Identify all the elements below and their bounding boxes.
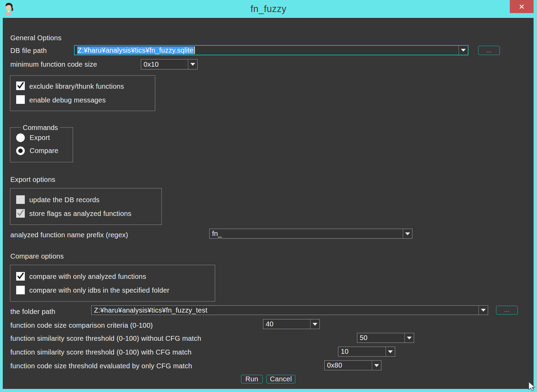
criteria-label: function code size comparison criteria (… [10, 322, 153, 329]
commands-group [10, 127, 73, 162]
threshold-without-cfg-dropdown-arrow[interactable] [404, 333, 414, 342]
compare-idbs-checkbox-label[interactable]: compare with only idbs in the specified … [29, 286, 169, 294]
folder-path-combo[interactable]: Z:¥haru¥analysis¥tics¥fn_fuzzy_test [91, 305, 488, 315]
folder-path-value: Z:¥haru¥analysis¥tics¥fn_fuzzy_test [92, 306, 478, 315]
run-button[interactable]: Run [241, 375, 263, 383]
mouse-cursor [528, 382, 536, 391]
section-export-options: Export options [10, 176, 55, 184]
chevron-down-icon [481, 309, 486, 312]
criteria-combo[interactable]: 40 [263, 319, 320, 329]
db-path-browse-button[interactable]: ... [478, 46, 500, 55]
prefix-combo[interactable]: fn_ [209, 229, 412, 239]
chevron-down-icon [388, 350, 393, 353]
titlebar[interactable]: fn_fuzzy ✕ [0, 0, 537, 18]
db-file-path-selected-text: Z:¥haru¥analysis¥tics¥fn_fuzzy.sqlite [77, 46, 194, 54]
size-threshold-value: 0x80 [325, 361, 372, 370]
store-flags-checkbox-label[interactable]: store flags as analyzed functions [29, 210, 131, 218]
threshold-with-cfg-value: 10 [338, 347, 386, 356]
chevron-down-icon [313, 323, 317, 326]
size-threshold-label: function code size threshold evaluated b… [10, 362, 192, 370]
text-caret [194, 46, 195, 54]
size-threshold-dropdown-arrow[interactable] [372, 361, 381, 370]
prefix-label: analyzed function name prefix (regex) [10, 231, 128, 239]
compare-analyzed-checkbox-label[interactable]: compare with only analyzed functions [29, 273, 146, 281]
folder-path-dropdown-arrow[interactable] [478, 306, 488, 315]
commands-legend: Commands [21, 124, 60, 132]
criteria-dropdown-arrow[interactable] [310, 319, 319, 329]
section-general-options: General Options [10, 34, 62, 42]
chevron-down-icon [374, 364, 379, 367]
enable-debug-checkbox[interactable] [16, 95, 25, 104]
compare-analyzed-checkbox[interactable] [16, 272, 25, 281]
db-file-path-label: DB file path [10, 47, 47, 55]
window-title: fn_fuzzy [0, 4, 537, 14]
fn-fuzzy-dialog: fn_fuzzy ✕ General Options DB file path … [0, 0, 537, 392]
folder-path-label: the folder path [10, 308, 55, 316]
threshold-with-cfg-dropdown-arrow[interactable] [386, 347, 395, 356]
update-db-records-checkbox[interactable] [16, 195, 25, 204]
cancel-button[interactable]: Cancel [266, 375, 295, 383]
update-db-records-checkbox-label[interactable]: update the DB records [29, 196, 99, 204]
threshold-with-cfg-label: function similarity score threshold (0-1… [10, 348, 191, 356]
compare-radio[interactable] [16, 146, 25, 155]
general-checkbox-group [10, 75, 155, 111]
min-code-size-value: 0x10 [141, 59, 188, 69]
export-checkbox-group [10, 188, 162, 225]
threshold-without-cfg-label: function similarity score threshold (0-1… [10, 335, 201, 342]
threshold-without-cfg-value: 50 [357, 333, 404, 342]
min-code-size-dropdown-arrow[interactable] [188, 59, 197, 69]
compare-radio-label[interactable]: Compare [30, 147, 59, 155]
close-icon: ✕ [519, 3, 525, 10]
chevron-down-icon [190, 63, 195, 66]
export-radio-label[interactable]: Export [30, 134, 50, 142]
db-file-path-combo[interactable]: Z:¥haru¥analysis¥tics¥fn_fuzzy.sqlite [74, 45, 468, 55]
min-code-size-label: minimum function code size [10, 61, 97, 68]
section-compare-options: Compare options [10, 252, 64, 260]
compare-checkbox-group [10, 265, 215, 302]
close-button[interactable]: ✕ [510, 0, 534, 13]
min-code-size-combo[interactable]: 0x10 [141, 59, 198, 69]
exclude-library-checkbox[interactable] [16, 81, 25, 90]
radio-dot [18, 149, 23, 153]
threshold-without-cfg-combo[interactable]: 50 [357, 333, 414, 343]
chevron-down-icon [407, 337, 412, 339]
chevron-down-icon [405, 232, 410, 235]
criteria-value: 40 [263, 319, 310, 329]
export-radio[interactable] [16, 133, 25, 142]
exclude-library-checkbox-label[interactable]: exclude library/thunk functions [29, 83, 124, 90]
threshold-with-cfg-combo[interactable]: 10 [338, 347, 395, 357]
prefix-dropdown-arrow[interactable] [403, 229, 412, 238]
prefix-value: fn_ [210, 229, 403, 238]
db-file-path-text: Z:¥haru¥analysis¥tics¥fn_fuzzy.sqlite [75, 46, 459, 55]
compare-idbs-checkbox[interactable] [16, 286, 25, 294]
store-flags-checkbox[interactable] [16, 209, 25, 218]
db-path-dropdown-arrow[interactable] [459, 46, 468, 55]
chevron-down-icon [461, 49, 466, 52]
folder-browse-button[interactable]: ... [496, 306, 518, 315]
enable-debug-checkbox-label[interactable]: enable debug messages [29, 96, 106, 104]
size-threshold-combo[interactable]: 0x80 [324, 360, 381, 370]
